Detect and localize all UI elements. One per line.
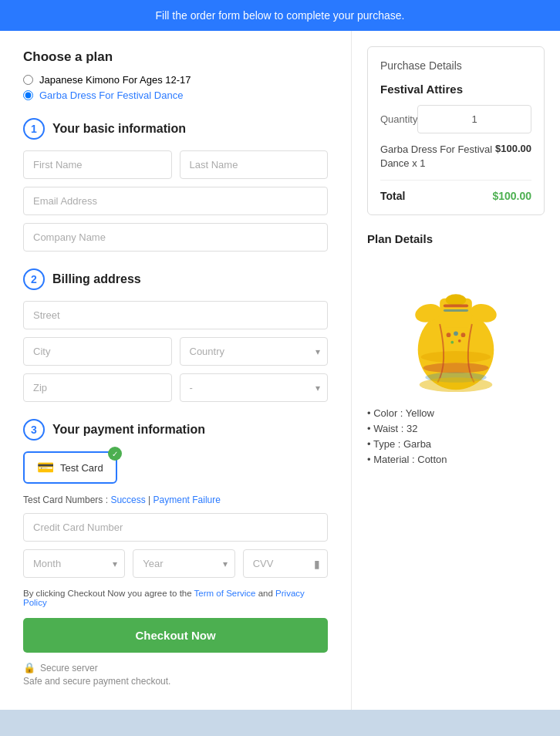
cvv-card-icon: ▮ [314, 558, 320, 570]
safe-text: Safe and secure payment checkout. [23, 676, 328, 687]
section3-header: 3 Your payment information [23, 419, 328, 441]
section1-header: 1 Your basic information [23, 118, 328, 140]
plan-label-1: Japanese Kimono For Ages 12-17 [39, 74, 191, 86]
right-panel: Purchase Details Festival Attires Quanti… [352, 31, 560, 710]
purchase-details-box: Purchase Details Festival Attires Quanti… [367, 46, 545, 215]
section1-title: Your basic information [52, 122, 186, 136]
country-select[interactable]: Country [180, 337, 329, 366]
dress-image-container [367, 255, 545, 397]
svg-point-4 [446, 295, 467, 306]
section2-header: 2 Billing address [23, 268, 328, 290]
credit-card-icon: 💳 [37, 459, 54, 476]
checkout-button[interactable]: Checkout Now [23, 618, 328, 653]
name-row [23, 150, 328, 179]
svg-point-15 [458, 339, 461, 343]
zip-field [23, 373, 172, 402]
terms-prefix: By clicking Checkout Now you agree to th… [23, 589, 194, 598]
plan-option-1[interactable]: Japanese Kimono For Ages 12-17 [23, 74, 328, 86]
banner-text: Fill the order form below to complete yo… [156, 9, 405, 22]
company-row [23, 223, 328, 252]
dress-svg [394, 255, 518, 393]
left-panel: Choose a plan Japanese Kimono For Ages 1… [0, 31, 352, 710]
card-label: Test Card [60, 462, 103, 474]
item-row: Garba Dress For Festival Dance x 1 $100.… [380, 143, 531, 181]
card-option[interactable]: 💳 Test Card ✓ [23, 451, 117, 484]
last-name-field [180, 150, 329, 179]
section3-number: 3 [23, 419, 45, 441]
company-input[interactable] [23, 223, 328, 252]
svg-point-12 [454, 332, 458, 336]
city-field [23, 337, 172, 366]
plan-details-title: Plan Details [367, 232, 545, 245]
quantity-label: Quantity [380, 113, 417, 125]
plan-detail-list: Color : YellowWaist : 32Type : GarbaMate… [367, 407, 545, 465]
plan-label-2: Garba Dress For Festival Dance [39, 89, 183, 101]
plan-detail-item: Color : Yellow [367, 407, 545, 419]
year-select-wrapper: Year 2024 2025 2026 2027 ▾ [133, 549, 234, 578]
lock-icon: 🔒 [23, 662, 35, 674]
quantity-row: Quantity [380, 105, 531, 133]
plan-detail-item: Waist : 32 [367, 423, 545, 434]
section1-number: 1 [23, 118, 45, 140]
purchase-details-title: Purchase Details [380, 59, 531, 72]
zip-input[interactable] [23, 373, 172, 402]
test-card-label: Test Card Numbers : [23, 495, 108, 505]
section2-number: 2 [23, 268, 45, 290]
svg-point-7 [421, 351, 491, 363]
street-row [23, 301, 328, 329]
cc-number-row [23, 513, 328, 542]
plan-option-2[interactable]: Garba Dress For Festival Dance [23, 89, 328, 101]
top-banner: Fill the order form below to complete yo… [0, 0, 560, 31]
svg-rect-5 [444, 305, 468, 308]
year-select[interactable]: Year 2024 2025 2026 2027 [133, 549, 234, 578]
svg-point-14 [450, 341, 454, 344]
main-container: Choose a plan Japanese Kimono For Ages 1… [0, 31, 560, 710]
terms-link[interactable]: Term of Service [194, 589, 256, 598]
city-input[interactable] [23, 337, 172, 366]
section2-title: Billing address [52, 272, 141, 286]
quantity-input[interactable] [417, 105, 531, 133]
test-card-note: Test Card Numbers : Success | Payment Fa… [23, 495, 328, 505]
svg-point-10 [420, 378, 493, 393]
item-name: Garba Dress For Festival Dance x 1 [380, 143, 495, 170]
svg-point-11 [447, 333, 451, 338]
email-field [23, 187, 328, 215]
svg-rect-6 [444, 309, 468, 312]
total-label: Total [380, 190, 405, 202]
item-price: $100.00 [495, 143, 531, 154]
payment-failure-link[interactable]: Payment Failure [153, 495, 221, 505]
plan-detail-item: Type : Garba [367, 438, 545, 450]
last-name-input[interactable] [180, 150, 329, 179]
secure-label: Secure server [40, 663, 98, 674]
svg-point-13 [461, 333, 466, 338]
check-badge-icon: ✓ [108, 447, 122, 461]
month-select-wrapper: Month 01 02 03 04 05 06 07 08 09 10 11 1… [23, 549, 125, 578]
success-link[interactable]: Success [110, 495, 145, 505]
terms-middle: and [258, 589, 275, 598]
total-price: $100.00 [492, 190, 531, 202]
festival-attires-title: Festival Attires [380, 83, 531, 96]
choose-plan-title: Choose a plan [23, 49, 328, 65]
plan-radio-2[interactable] [23, 90, 33, 100]
plan-radio-1[interactable] [23, 75, 33, 85]
street-field [23, 301, 328, 329]
first-name-input[interactable] [23, 150, 172, 179]
first-name-field [23, 150, 172, 179]
month-year-cvv-row: Month 01 02 03 04 05 06 07 08 09 10 11 1… [23, 549, 328, 578]
cvv-field: ▮ [243, 549, 328, 578]
month-select[interactable]: Month 01 02 03 04 05 06 07 08 09 10 11 1… [23, 549, 125, 578]
cc-number-input[interactable] [23, 513, 328, 542]
company-field [23, 223, 328, 252]
street-input[interactable] [23, 301, 328, 329]
country-select-wrapper: Country ▾ [180, 337, 329, 366]
total-row: Total $100.00 [380, 190, 531, 202]
plan-radio-group: Japanese Kimono For Ages 12-17 Garba Dre… [23, 74, 328, 101]
state-select-wrapper: - ▾ [180, 373, 329, 402]
state-select[interactable]: - [180, 373, 329, 402]
section3-title: Your payment information [52, 423, 205, 437]
cc-number-field [23, 513, 328, 542]
svg-point-8 [423, 363, 488, 373]
email-input[interactable] [23, 187, 328, 215]
plan-detail-item: Material : Cotton [367, 454, 545, 465]
zip-state-row: - ▾ [23, 373, 328, 402]
